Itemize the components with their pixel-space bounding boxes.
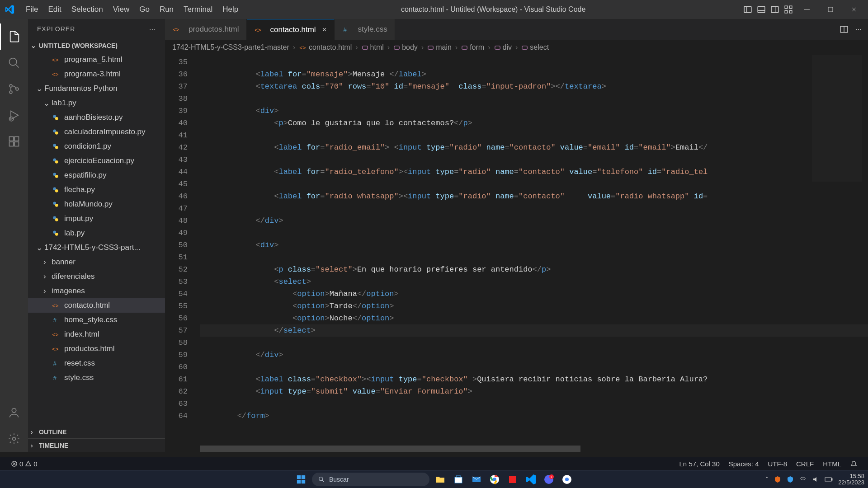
folder-fundamentos-python[interactable]: ⌄Fundamentos Python	[28, 81, 165, 96]
file-productos-html[interactable]: <>productos.html	[28, 342, 165, 356]
mail-icon[interactable]	[469, 472, 484, 487]
split-editor-icon[interactable]	[840, 25, 848, 33]
workspace-header[interactable]: ⌄ UNTITLED (WORKSPACE)	[28, 39, 165, 52]
menu-help[interactable]: Help	[217, 5, 243, 14]
volume-icon[interactable]	[812, 476, 819, 483]
menu-selection[interactable]: Selection	[66, 5, 108, 14]
file-ejercicioecuacion-py[interactable]: ejercicioEcuacion.py	[28, 154, 165, 168]
minimize-button[interactable]	[797, 0, 816, 19]
more-actions-icon[interactable]: ···	[149, 25, 156, 33]
file-style-css[interactable]: #style.css	[28, 371, 165, 385]
menu-view[interactable]: View	[108, 5, 135, 14]
breadcrumb-div[interactable]: div	[494, 43, 512, 52]
store-icon[interactable]	[451, 472, 466, 487]
file-aanhobisiesto-py[interactable]: aanhoBisiesto.py	[28, 110, 165, 125]
minimap[interactable]	[812, 55, 862, 182]
vscode-taskbar-icon[interactable]	[524, 472, 538, 487]
breadcrumbs[interactable]: 1742-HTML5-y-CSS3-parte1-master›<>contac…	[165, 40, 868, 55]
breadcrumb-body[interactable]: body	[393, 43, 418, 52]
run-debug-icon[interactable]	[0, 102, 28, 128]
cursor-position[interactable]: Ln 57, Col 30	[675, 460, 724, 468]
folder-lab1-py[interactable]: ⌄lab1.py	[28, 96, 165, 110]
py-file-icon	[52, 157, 61, 165]
layout-panel-icon[interactable]	[757, 5, 766, 14]
breadcrumb-1742-html5-y-css3-parte1-master[interactable]: 1742-HTML5-y-CSS3-parte1-master	[172, 43, 289, 52]
breadcrumb-main[interactable]: main	[427, 43, 452, 52]
file-explorer-icon[interactable]	[433, 472, 448, 487]
battery-icon[interactable]	[825, 477, 833, 482]
file-programa-3-html[interactable]: <>programa-3.html	[28, 67, 165, 81]
maximize-button[interactable]	[821, 0, 840, 19]
app-icon[interactable]	[505, 472, 520, 487]
file-holamundo-py[interactable]: holaMundo.py	[28, 197, 165, 211]
breadcrumb-form[interactable]: form	[461, 43, 484, 52]
tab-style-css[interactable]: #style.css	[335, 19, 395, 40]
menu-file[interactable]: File	[21, 5, 43, 14]
clock[interactable]: 15:58 22/5/2023	[838, 473, 864, 486]
chevron-up-icon[interactable]: ˄	[765, 476, 769, 483]
defender-icon[interactable]	[787, 476, 794, 483]
file-flecha-py[interactable]: flecha.py	[28, 183, 165, 197]
customize-layout-icon[interactable]	[784, 5, 793, 14]
code-content[interactable]: <label for="mensaje">Mensaje </label> <t…	[200, 55, 868, 452]
svg-rect-79	[509, 476, 516, 483]
tab-contacto-html[interactable]: <>contacto.html×	[247, 19, 335, 40]
code-editor[interactable]: 3536373839404142434445464748495051525354…	[165, 55, 868, 452]
eol[interactable]: CRLF	[792, 460, 818, 468]
menu-go[interactable]: Go	[134, 5, 155, 14]
source-control-icon[interactable]	[0, 76, 28, 102]
folder-imagenes[interactable]: ›imagenes	[28, 284, 165, 298]
file-condicion1-py[interactable]: condicion1.py	[28, 139, 165, 154]
menu-run[interactable]: Run	[155, 5, 179, 14]
discord-icon[interactable]: 1	[542, 472, 556, 487]
close-icon[interactable]: ×	[322, 25, 327, 34]
language-mode[interactable]: HTML	[818, 460, 846, 468]
security-icon[interactable]	[774, 476, 781, 483]
folder-diferenciales[interactable]: ›diferenciales	[28, 269, 165, 284]
indentation[interactable]: Spaces: 4	[724, 460, 764, 468]
encoding[interactable]: UTF-8	[763, 460, 792, 468]
taskbar-search[interactable]: Buscar	[312, 473, 429, 486]
tab-label: productos.html	[189, 25, 239, 34]
file-reset-css[interactable]: #reset.css	[28, 356, 165, 371]
menu-terminal[interactable]: Terminal	[179, 5, 217, 14]
notifications-icon[interactable]	[846, 460, 862, 467]
breadcrumb-contacto-html[interactable]: <>contacto.html	[299, 43, 352, 52]
accounts-icon[interactable]	[0, 399, 28, 426]
file-home-style-css[interactable]: #home_style.css	[28, 313, 165, 327]
start-button[interactable]	[294, 472, 308, 487]
file-lab-py[interactable]: lab.py	[28, 226, 165, 240]
extensions-icon[interactable]	[0, 128, 28, 155]
outline-section[interactable]: ›OUTLINE	[28, 425, 165, 438]
layout-primary-side-icon[interactable]	[743, 5, 752, 14]
folder-1742-html5-y-css3-part---[interactable]: ⌄1742-HTML5-y-CSS3-part...	[28, 240, 165, 255]
folder-banner[interactable]: ›banner	[28, 255, 165, 269]
file-imput-py[interactable]: imput.py	[28, 211, 165, 226]
wifi-icon[interactable]	[799, 476, 807, 483]
chrome-icon-2[interactable]	[560, 472, 574, 487]
menu-edit[interactable]: Edit	[43, 5, 66, 14]
status-problems[interactable]: 0 0	[6, 460, 42, 468]
tab-productos-html[interactable]: <>productos.html	[165, 19, 247, 40]
item-label: home_style.css	[64, 315, 117, 324]
py-file-icon	[52, 215, 61, 223]
settings-gear-icon[interactable]	[0, 426, 28, 452]
layout-secondary-side-icon[interactable]	[770, 5, 779, 14]
file-contacto-html[interactable]: <>contacto.html	[28, 298, 165, 313]
close-button[interactable]	[844, 0, 863, 19]
file-index-html[interactable]: <>index.html	[28, 327, 165, 342]
search-icon[interactable]	[0, 50, 28, 76]
chrome-icon[interactable]	[487, 472, 502, 487]
item-label: productos.html	[64, 344, 115, 353]
file-programa-5-html[interactable]: <>programa_5.html	[28, 52, 165, 67]
horizontal-scrollbar[interactable]	[200, 446, 814, 452]
breadcrumb-html[interactable]: html	[362, 43, 384, 52]
explorer-icon[interactable]	[0, 23, 28, 50]
file-calculadoraimpuesto-py[interactable]: calculadoraImpuesto.py	[28, 125, 165, 139]
timeline-section[interactable]: ›TIMELINE	[28, 438, 165, 452]
scrollbar-thumb[interactable]	[200, 446, 580, 452]
html-file-icon: <>	[254, 26, 264, 34]
file-espatifilio-py[interactable]: espatifilio.py	[28, 168, 165, 183]
more-actions-icon[interactable]: ···	[855, 25, 862, 34]
breadcrumb-select[interactable]: select	[521, 43, 549, 52]
